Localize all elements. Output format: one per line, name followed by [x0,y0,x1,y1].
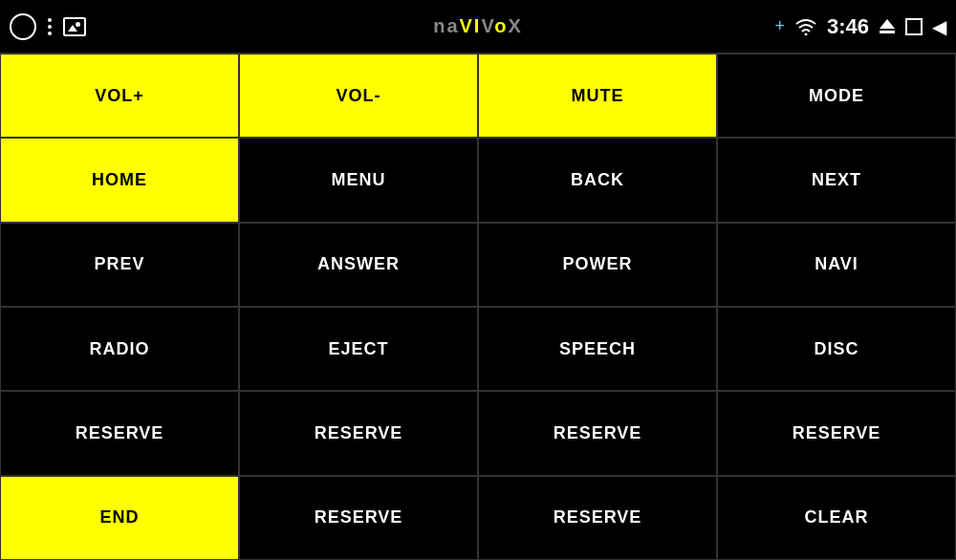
button-answer-r3c2[interactable]: ANSWER [239,223,478,307]
button-disc-r4c4[interactable]: DISC [717,307,956,391]
bluetooth-icon: + [774,16,785,36]
status-time: 3:46 [827,14,869,39]
svg-rect-2 [880,31,895,33]
button-menu-r2c2[interactable]: MENU [239,138,478,222]
button-end-r6c1[interactable]: END [0,476,239,560]
eject-icon [879,17,896,36]
button-vol+-r1c1[interactable]: VOL+ [0,54,239,138]
button-reserve-r5c1[interactable]: RESERVE [0,391,239,475]
button-eject-r4c2[interactable]: EJECT [239,307,478,391]
status-right-icons: + 3:46 ◀ [774,14,946,39]
button-vol--r1c2[interactable]: VOL- [239,54,478,138]
button-mute-r1c3[interactable]: MUTE [478,54,717,138]
button-next-r2c4[interactable]: NEXT [717,138,956,222]
back-icon: ◀ [932,15,946,38]
app-logo: naVIVoX [433,15,523,37]
button-reserve-r5c4[interactable]: RESERVE [717,391,956,475]
circle-icon [10,13,36,40]
status-left-icons [10,13,86,40]
button-speech-r4c3[interactable]: SPEECH [478,307,717,391]
button-grid: VOL+VOL-MUTEMODEHOMEMENUBACKNEXTPREVANSW… [0,53,956,560]
svg-marker-1 [880,19,895,29]
button-reserve-r5c3[interactable]: RESERVE [478,391,717,475]
svg-point-0 [804,32,807,35]
wifi-icon [794,18,817,35]
image-icon [63,17,86,36]
button-clear-r6c4[interactable]: CLEAR [717,476,956,560]
button-reserve-r6c3[interactable]: RESERVE [478,476,717,560]
button-reserve-r5c2[interactable]: RESERVE [239,391,478,475]
button-navi-r3c4[interactable]: NAVI [717,223,956,307]
status-bar: naVIVoX + 3:46 ◀ [0,0,956,53]
button-home-r2c1[interactable]: HOME [0,138,239,222]
logo-center: naVIVoX [433,15,523,37]
button-reserve-r6c2[interactable]: RESERVE [239,476,478,560]
button-prev-r3c1[interactable]: PREV [0,223,239,307]
dots-icon [48,18,52,35]
button-back-r2c3[interactable]: BACK [478,138,717,222]
button-mode-r1c4[interactable]: MODE [717,54,956,138]
square-icon [905,18,923,35]
button-radio-r4c1[interactable]: RADIO [0,307,239,391]
button-power-r3c3[interactable]: POWER [478,223,717,307]
